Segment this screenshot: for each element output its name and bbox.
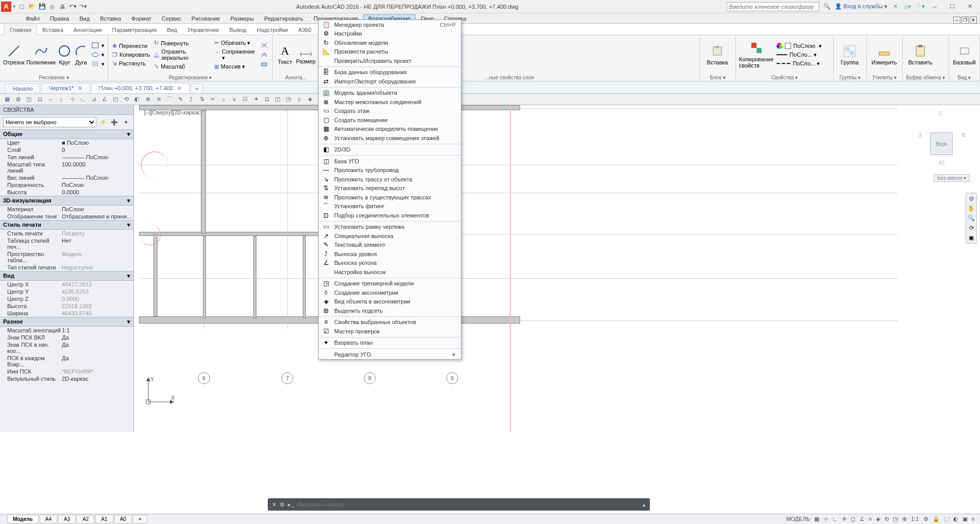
file-tab[interactable]: Чертеж1*✕ [41, 83, 90, 93]
file-tab[interactable]: Начало [5, 83, 40, 93]
toolbar-btn-17[interactable]: ⤴ [186, 95, 196, 104]
toolbar-btn-11[interactable]: ⟲ [121, 95, 131, 104]
layout-tab[interactable]: A3 [58, 515, 76, 523]
fillet-button[interactable]: ⌒Сопряжение ▾ [213, 48, 257, 62]
props-row[interactable]: МатериалПоСлою [0, 206, 133, 213]
mdi-restore-button[interactable]: ❐ [961, 16, 969, 24]
quickselect-icon[interactable]: ⚡ [98, 117, 108, 127]
arc-button[interactable]: Дуга [74, 44, 88, 65]
toolbar-btn-16[interactable]: ✎ [175, 95, 185, 104]
menu-item[interactable]: ◫База УГО [319, 157, 461, 166]
toolbar-btn-22[interactable]: ☑ [240, 95, 250, 104]
matchprop-button[interactable]: Копирование свойств [739, 41, 773, 69]
menu-item[interactable]: ▭Установить рамку чертежа [319, 223, 461, 232]
command-input[interactable] [297, 501, 640, 508]
circle-button[interactable]: Круг [57, 44, 72, 65]
menu-item[interactable]: ◳Создание трехмерной модели [319, 279, 461, 289]
status-lwt-icon[interactable]: ≡ [869, 516, 872, 522]
nav-showmotion-icon[interactable]: ▣ [969, 234, 974, 241]
ribbon-tab-2[interactable]: Аннотации [68, 25, 107, 35]
menu-item[interactable]: ≡Свойства выбранных объектов [319, 318, 461, 327]
status-grid-icon[interactable]: ▦ [814, 516, 819, 522]
explode-button[interactable] [259, 41, 269, 49]
props-row[interactable]: Центр Y4135.5253 [0, 288, 133, 295]
menu-item[interactable]: 🏢Модель здания/объекта [319, 89, 461, 98]
menu-вставка[interactable]: Вставка [95, 14, 126, 23]
rotate-button[interactable]: ↻Повернуть [153, 39, 211, 47]
props-row[interactable]: Тип линий———— ПоСлою [0, 154, 133, 161]
ellipse-button[interactable]: ▾ [90, 50, 106, 59]
menu-файл[interactable]: Файл [21, 14, 45, 23]
erase-button[interactable] [259, 60, 269, 68]
menu-item[interactable]: ↻Обновление модели [319, 38, 461, 47]
pick-add-icon[interactable]: ➕ [110, 117, 119, 127]
toolbar-btn-9[interactable]: ∠ [99, 95, 110, 104]
toolbar-btn-4[interactable]: ↔ [45, 95, 56, 104]
props-section-header[interactable]: Стиль печати▾ [0, 220, 133, 230]
toolbar-btn-2[interactable]: ◫ [24, 95, 34, 104]
ribbon-tab-1[interactable]: Вставка [37, 25, 68, 35]
props-row[interactable]: Таблица стилей печ...Нет [0, 237, 133, 250]
props-section-header[interactable]: Общие▾ [0, 129, 133, 139]
status-iso-icon[interactable]: ⬚ [944, 516, 949, 522]
toolbar-btn-23[interactable]: ✦ [251, 95, 261, 104]
ribbon-tab-5[interactable]: Управление [182, 25, 224, 35]
props-section-header[interactable]: 3D-визуализация▾ [0, 196, 133, 206]
toolbar-btn-14[interactable]: ≋ [153, 95, 164, 104]
measure-button[interactable]: Измерить [870, 44, 899, 65]
menu-сервис[interactable]: Сервис [157, 14, 186, 23]
insert-block-button[interactable]: Вставка [703, 44, 732, 65]
exchange-icon[interactable]: ✕ [890, 2, 900, 11]
props-row[interactable]: Ширина46433.5745 [0, 310, 133, 317]
status-osnap-icon[interactable]: ◻ [851, 516, 855, 522]
cmdline-close-icon[interactable]: ✕ [272, 501, 277, 508]
menu-item[interactable]: ▦Автоматически определить помещение [319, 125, 461, 134]
toolbar-btn-12[interactable]: ◐ [132, 95, 142, 104]
toolbar-btn-3[interactable]: ⊡ [35, 95, 45, 104]
qat-redo-icon[interactable]: ↷▾ [79, 2, 88, 11]
offset-button[interactable] [259, 50, 269, 59]
toolbar-btn-1[interactable]: ⊞ [13, 95, 23, 104]
toolbar-btn-6[interactable]: ⊹ [67, 95, 77, 104]
status-3dosnap-icon[interactable]: ◳ [893, 516, 898, 522]
help-search-input[interactable] [727, 2, 819, 11]
view-base-button[interactable]: Базовый [952, 44, 976, 65]
props-row[interactable]: Знак ПСК ВКЛДа [0, 334, 133, 341]
menu-item[interactable]: ⤴Выноска уровня [319, 249, 461, 259]
status-polar-icon[interactable]: ✛ [842, 516, 847, 522]
line-button[interactable]: Отрезок [3, 44, 24, 65]
layout-tab[interactable]: A0 [114, 515, 132, 523]
paste-button[interactable]: Вставить [906, 44, 935, 65]
menu-item[interactable]: ☑Мастер проверок [319, 327, 461, 336]
toolbar-btn-27[interactable]: ◊ [294, 95, 304, 104]
polyline-button[interactable]: Полилиния [26, 44, 55, 65]
scale-button[interactable]: ⤡Масштаб [153, 62, 211, 70]
ribbon-tab-4[interactable]: Вид [162, 25, 182, 35]
toolbar-btn-13[interactable]: ⊕ [143, 95, 153, 104]
lineweight-dropdown[interactable]: ━━━ПоСло... ▾ [776, 51, 830, 59]
nav-pan-icon[interactable]: ✋ [968, 205, 975, 212]
props-row[interactable]: Цвет■ ПоСлою [0, 139, 133, 146]
toolbar-btn-5[interactable]: ↕ [56, 95, 66, 104]
help-icon[interactable]: ❔▾ [915, 2, 924, 11]
command-line[interactable]: ✕ ⚙ ▸_ ▴ [268, 498, 650, 511]
toolbar-btn-8[interactable]: ⊿ [89, 95, 99, 104]
toolbar-btn-21[interactable]: ≡ [229, 95, 239, 104]
file-tab-close-icon[interactable]: ✕ [78, 85, 82, 91]
layout-tab[interactable]: Модель [7, 515, 39, 523]
array-button[interactable]: ⊞Массив ▾ [213, 63, 257, 71]
status-hw-icon[interactable]: ◐ [953, 516, 958, 522]
qat-saveas-icon[interactable]: ⎙ [48, 2, 57, 11]
move-button[interactable]: ✥Перенести [111, 42, 151, 50]
layout-tab[interactable]: A1 [95, 515, 113, 523]
ribbon-tab-3[interactable]: Параметризация [107, 25, 162, 35]
props-row[interactable]: Пространство табли...Модель [0, 250, 133, 264]
toolbar-btn-19[interactable]: ✂ [208, 95, 218, 104]
menu-рисование[interactable]: Рисование [186, 14, 225, 23]
menu-item[interactable]: 📋Менеджер проектаCtrl+P [319, 20, 461, 29]
status-trans-icon[interactable]: ◈ [876, 516, 880, 522]
menu-item[interactable]: ◧2D/3D [319, 145, 461, 155]
props-row[interactable]: Имя ПСК*ВЕРХНЯЯ* [0, 368, 133, 375]
status-model-button[interactable]: МОДЕЛЬ [786, 516, 810, 522]
ribbon-tab-7[interactable]: Надстройки [252, 25, 293, 35]
